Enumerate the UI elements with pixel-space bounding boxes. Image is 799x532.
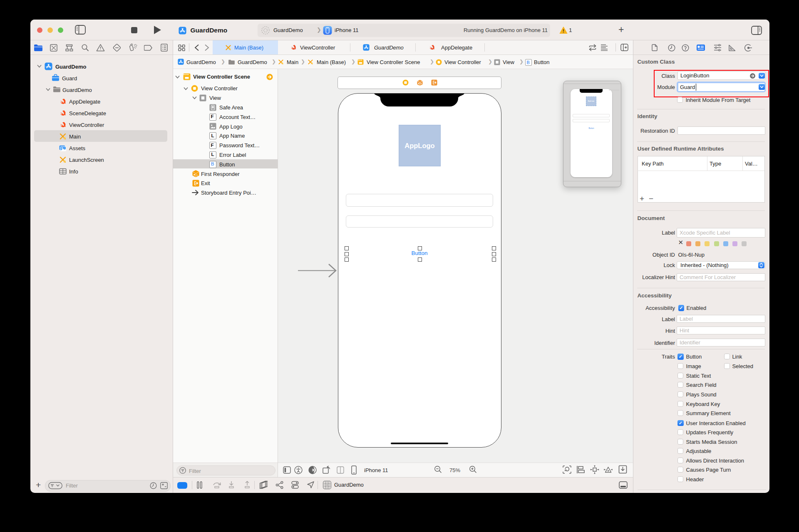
svg-text:1: 1 xyxy=(196,174,198,176)
